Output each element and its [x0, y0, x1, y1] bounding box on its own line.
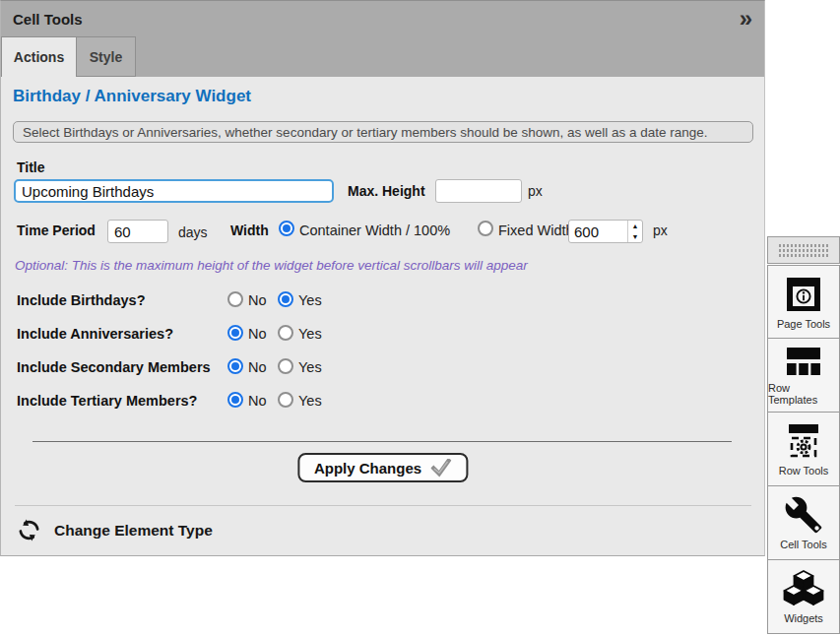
stepper-up-icon[interactable]: ▲ — [628, 221, 642, 231]
fixed-width-unit: px — [653, 223, 668, 238]
include-anniversaries-row: Include Anniversaries? No Yes — [1, 325, 764, 345]
include-birthdays-yes-radio[interactable] — [278, 291, 293, 307]
time-period-input[interactable] — [107, 220, 168, 243]
title-label: Title — [17, 159, 45, 175]
sidebar-item-cell-tools[interactable]: Cell Tools — [767, 486, 840, 560]
divider — [15, 505, 751, 506]
sidebar-item-label: Row Templates — [768, 382, 839, 406]
tools-sidebar: Page Tools Row Templates — [767, 236, 840, 634]
grip-texture-icon — [779, 244, 828, 247]
grip-texture-icon — [779, 254, 828, 257]
fixed-width-radio[interactable] — [478, 221, 493, 236]
sidebar-item-label: Row Tools — [779, 465, 829, 477]
fixed-width-stepper: ▲ ▼ — [568, 220, 643, 243]
max-height-label: Max. Height — [348, 183, 425, 199]
container-width-radio[interactable] — [279, 221, 294, 236]
tab-style[interactable]: Style — [77, 36, 136, 77]
sidebar-item-label: Widgets — [784, 612, 823, 624]
include-tertiary-members-label: Include Tertiary Members? — [17, 393, 197, 409]
yes-label[interactable]: Yes — [298, 393, 322, 409]
divider — [32, 441, 732, 442]
change-element-type-button[interactable]: Change Element Type — [17, 518, 213, 542]
tab-bar: Actions Style — [1, 36, 764, 77]
row-templates-icon — [784, 345, 823, 378]
cell-tools-wrench-icon — [784, 495, 823, 535]
checkmark-icon — [430, 459, 451, 477]
time-period-label: Time Period — [17, 223, 96, 238]
include-secondary-members-row: Include Secondary Members No Yes — [1, 358, 764, 378]
sidebar-item-label: Cell Tools — [780, 539, 827, 550]
include-secondary-members-label: Include Secondary Members — [17, 359, 211, 375]
include-birthdays-row: Include Birthdays? No Yes — [1, 291, 764, 311]
time-period-unit: days — [178, 224, 208, 240]
grip-texture-icon — [779, 249, 828, 252]
yes-label[interactable]: Yes — [298, 292, 322, 308]
sidebar-item-label: Page Tools — [777, 318, 830, 330]
no-label[interactable]: No — [248, 393, 267, 409]
row-tools-icon — [784, 421, 823, 461]
widgets-cubes-icon — [782, 569, 825, 608]
no-label[interactable]: No — [248, 359, 267, 375]
include-anniversaries-yes-radio[interactable] — [278, 325, 293, 341]
yes-label[interactable]: Yes — [298, 326, 322, 342]
include-anniversaries-label: Include Anniversaries? — [17, 326, 173, 342]
include-anniversaries-no-radio[interactable] — [227, 325, 243, 341]
max-height-unit: px — [528, 183, 543, 199]
max-height-input[interactable] — [435, 179, 522, 203]
include-secondary-no-radio[interactable] — [227, 358, 243, 374]
apply-changes-button[interactable]: Apply Changes — [297, 453, 468, 482]
tab-actions[interactable]: Actions — [1, 36, 77, 77]
panel-content: Birthday / Anniversary Widget Select Bir… — [1, 77, 764, 555]
sidebar-drag-handle[interactable] — [767, 236, 840, 264]
fixed-width-input[interactable] — [569, 221, 627, 242]
widget-heading: Birthday / Anniversary Widget — [13, 87, 251, 106]
screen: Cell Tools » Actions Style Birthday / An… — [0, 0, 840, 636]
apply-changes-label: Apply Changes — [314, 460, 421, 477]
page-tools-icon — [784, 275, 823, 314]
panel-header: Cell Tools » — [1, 1, 764, 36]
fixed-width-option-label[interactable]: Fixed Width — [498, 223, 574, 238]
stepper-arrows: ▲ ▼ — [627, 221, 642, 242]
change-element-type-label: Change Element Type — [54, 522, 213, 540]
circular-arrows-icon — [17, 518, 41, 542]
include-birthdays-label: Include Birthdays? — [17, 292, 146, 308]
optional-note: Optional: This is the maximum height of … — [15, 258, 528, 273]
no-label[interactable]: No — [248, 326, 267, 342]
sidebar-item-page-tools[interactable]: Page Tools — [767, 265, 840, 339]
cell-tools-panel: Cell Tools » Actions Style Birthday / An… — [0, 0, 765, 556]
width-label: Width — [230, 223, 269, 238]
sidebar-item-row-tools[interactable]: Row Tools — [767, 413, 840, 486]
sidebar-item-row-templates[interactable]: Row Templates — [767, 339, 840, 413]
container-width-option-label[interactable]: Container Width / 100% — [299, 223, 450, 238]
sidebar-item-widgets[interactable]: Widgets — [767, 560, 840, 634]
include-tertiary-yes-radio[interactable] — [278, 392, 293, 408]
include-birthdays-no-radio[interactable] — [227, 291, 243, 307]
no-label[interactable]: No — [248, 292, 267, 308]
yes-label[interactable]: Yes — [298, 359, 322, 375]
include-secondary-yes-radio[interactable] — [278, 358, 293, 374]
widget-description: Select Birthdays or Anniversaries, wheth… — [13, 121, 753, 143]
stepper-down-icon[interactable]: ▼ — [628, 231, 642, 242]
title-input[interactable] — [14, 179, 334, 203]
collapse-panel-icon[interactable]: » — [740, 9, 752, 29]
include-tertiary-no-radio[interactable] — [227, 392, 243, 408]
include-tertiary-members-row: Include Tertiary Members? No Yes — [1, 392, 764, 412]
panel-title: Cell Tools — [13, 11, 83, 28]
